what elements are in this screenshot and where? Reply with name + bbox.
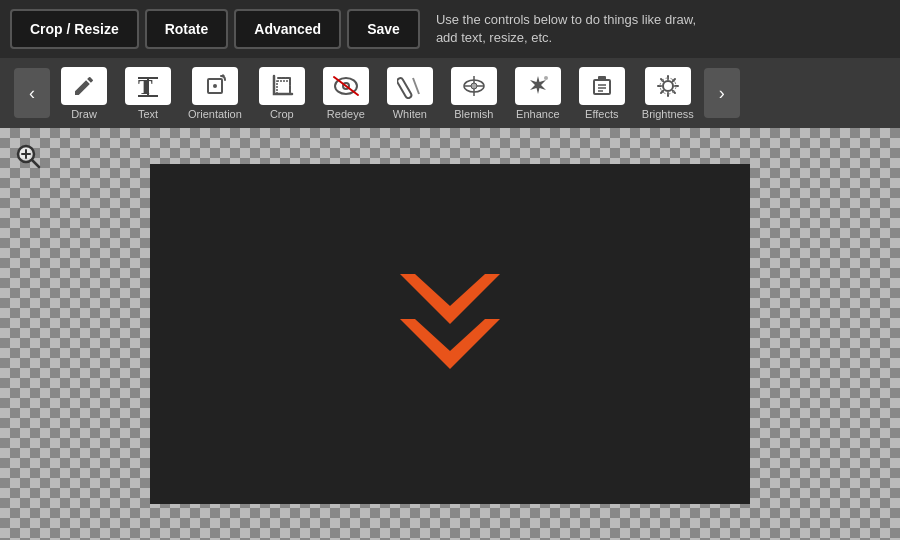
tool-crop[interactable]: Crop	[252, 63, 312, 124]
brightness-label: Brightness	[642, 108, 694, 120]
tool-redeye[interactable]: Redeye	[316, 63, 376, 124]
svg-point-23	[663, 81, 673, 91]
redeye-label: Redeye	[327, 108, 365, 120]
tool-brightness[interactable]: Brightness	[636, 63, 700, 124]
svg-rect-19	[598, 76, 606, 80]
text-icon: T	[125, 67, 171, 105]
logo-image	[385, 254, 515, 414]
draw-label: Draw	[71, 108, 97, 120]
top-toolbar: Crop / Resize Rotate Advanced Save Use t…	[0, 0, 900, 58]
orientation-icon	[192, 67, 238, 105]
svg-rect-6	[277, 81, 290, 94]
draw-icon	[61, 67, 107, 105]
tool-blemish[interactable]: Blemish	[444, 63, 504, 124]
svg-line-12	[413, 78, 419, 94]
enhance-icon	[515, 67, 561, 105]
zoom-button[interactable]	[14, 142, 42, 176]
rotate-button[interactable]: Rotate	[145, 9, 229, 49]
tools-bar: ‹ Draw T Text Orie	[0, 58, 900, 128]
nav-prev-button[interactable]: ‹	[14, 68, 50, 118]
svg-point-16	[471, 83, 477, 89]
effects-label: Effects	[585, 108, 618, 120]
tool-draw[interactable]: Draw	[54, 63, 114, 124]
svg-rect-18	[594, 80, 610, 94]
blemish-icon	[451, 67, 497, 105]
tool-enhance[interactable]: Enhance	[508, 63, 568, 124]
crop-icon	[259, 67, 305, 105]
tool-text[interactable]: T Text	[118, 63, 178, 124]
whiten-label: Whiten	[393, 108, 427, 120]
svg-marker-37	[400, 274, 500, 324]
svg-rect-11	[397, 77, 412, 99]
tool-whiten[interactable]: Whiten	[380, 63, 440, 124]
orientation-label: Orientation	[188, 108, 242, 120]
crop-label: Crop	[270, 108, 294, 120]
svg-point-17	[544, 76, 548, 80]
save-button[interactable]: Save	[347, 9, 420, 49]
text-label: Text	[138, 108, 158, 120]
svg-line-34	[32, 160, 39, 167]
canvas-area	[0, 128, 900, 540]
crop-resize-button[interactable]: Crop / Resize	[10, 9, 139, 49]
image-canvas	[150, 164, 750, 504]
tool-orientation[interactable]: Orientation	[182, 63, 248, 124]
brightness-icon	[645, 67, 691, 105]
advanced-button[interactable]: Advanced	[234, 9, 341, 49]
redeye-icon	[323, 67, 369, 105]
svg-point-5	[213, 84, 217, 88]
tool-effects[interactable]: Effects	[572, 63, 632, 124]
enhance-label: Enhance	[516, 108, 559, 120]
blemish-label: Blemish	[454, 108, 493, 120]
effects-icon	[579, 67, 625, 105]
nav-next-button[interactable]: ›	[704, 68, 740, 118]
svg-marker-38	[400, 319, 500, 369]
hint-text: Use the controls below to do things like…	[436, 11, 716, 47]
whiten-icon	[387, 67, 433, 105]
